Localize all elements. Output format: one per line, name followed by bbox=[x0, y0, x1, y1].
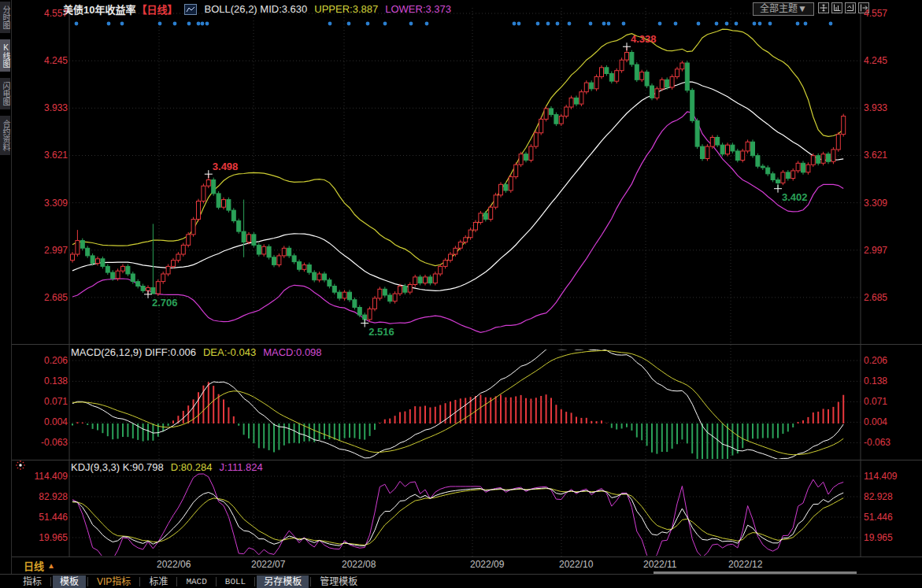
y-axis-label: 19.965 bbox=[11, 532, 68, 543]
y-axis-label: 114.409 bbox=[864, 471, 919, 482]
kdj-j-value: J:111.824 bbox=[220, 461, 263, 473]
toolbar-separator bbox=[310, 577, 311, 586]
theme-dropdown[interactable]: 全部主题▼ bbox=[753, 2, 814, 16]
y-axis-label: 3.621 bbox=[11, 150, 68, 161]
sidebar-tab-contract-info[interactable]: 合约资料 bbox=[0, 116, 10, 155]
price-annotations: 3.4982.7062.5164.3383.402 bbox=[144, 33, 808, 337]
toolbar-separator bbox=[139, 577, 140, 586]
y-axis-label: 2.685 bbox=[864, 292, 919, 303]
grid-lines bbox=[69, 8, 861, 557]
toolbar-separator bbox=[87, 577, 88, 586]
x-axis-date: 2022/07 bbox=[251, 559, 285, 570]
toolbar-tab-manage-template[interactable]: 管理模板 bbox=[313, 575, 365, 588]
pan-move-icon[interactable] bbox=[818, 2, 829, 13]
period-tag: 【日线】 bbox=[136, 2, 177, 17]
y-axis-label: 4.245 bbox=[11, 55, 68, 66]
macd-dea-value: DEA:-0.043 bbox=[203, 346, 256, 358]
toolbar-tab-standard[interactable]: 标准 bbox=[142, 575, 175, 588]
x-axis-date: 2022/10 bbox=[559, 559, 593, 570]
toolbar-separator bbox=[176, 577, 177, 586]
toolbar-separator bbox=[254, 577, 255, 586]
chart-canvas[interactable]: 3.4982.7062.5164.3383.402 bbox=[0, 0, 922, 588]
toolbar-tab-boll[interactable]: BOLL bbox=[218, 575, 253, 588]
axis-chart-right-icon[interactable] bbox=[845, 2, 856, 13]
panel-borders bbox=[11, 8, 922, 557]
toolbar-tab-save-template[interactable]: 另存模板 bbox=[257, 575, 309, 588]
x-axis-date: 2022/06 bbox=[157, 559, 191, 570]
window-control-icons bbox=[818, 2, 869, 13]
y-axis-label: 82.928 bbox=[11, 491, 68, 502]
y-axis-label: -0.063 bbox=[11, 437, 68, 448]
boll-indicator-icon bbox=[184, 4, 197, 15]
period-selector[interactable]: 日线 ▲ bbox=[24, 558, 55, 573]
y-axis-label: 4.557 bbox=[864, 8, 919, 19]
x-axis-date: 2022/08 bbox=[342, 559, 376, 570]
svg-text:3.402: 3.402 bbox=[782, 191, 808, 203]
boll-lower-value: LOWER:3.373 bbox=[385, 3, 451, 15]
left-sidebar: 分时图 K线图 闪电图 合约资料 bbox=[0, 0, 12, 575]
y-axis-label: 0.138 bbox=[864, 375, 919, 386]
boll-upper-value: UPPER:3.887 bbox=[314, 3, 378, 15]
instrument-title: 美债10年收益率 bbox=[63, 2, 135, 17]
y-axis-label: 3.933 bbox=[11, 102, 68, 113]
kdj-d-value: D:80.284 bbox=[171, 461, 213, 473]
toolbar-tab-indicator[interactable]: 指标 bbox=[16, 575, 49, 588]
y-axis-label: 3.309 bbox=[11, 198, 68, 209]
svg-text:3.498: 3.498 bbox=[213, 161, 239, 172]
y-axis-label: 51.446 bbox=[864, 512, 919, 523]
y-axis-label: 19.965 bbox=[864, 532, 919, 543]
y-axis-label: 0.138 bbox=[11, 375, 68, 386]
y-axis-label: 0.071 bbox=[11, 396, 68, 407]
y-axis-label: 2.685 bbox=[11, 292, 68, 303]
toolbar-tab-template[interactable]: 模板 bbox=[53, 575, 86, 588]
y-axis-label: 3.309 bbox=[864, 198, 919, 209]
bottom-toolbar: 指标 模板 VIP指标 标准 MACD BOLL 另存模板 管理模板 bbox=[0, 574, 922, 588]
kdj-header: KDJ(9,3,3) K:90.798 D:80.284 J:111.824 bbox=[71, 461, 263, 473]
macd-hist-value: MACD:0.098 bbox=[263, 346, 321, 358]
y-axis-label: 3.621 bbox=[864, 150, 919, 161]
y-axis-label: 0.206 bbox=[864, 355, 919, 366]
y-axis-label: 4.557 bbox=[11, 8, 68, 19]
main-chart-header: 美债10年收益率 【日线】 BOLL(26,2) MID:3.630 UPPER… bbox=[63, 2, 451, 17]
y-axis-label: 0.004 bbox=[864, 416, 919, 427]
kdj-k-value: KDJ(9,3,3) K:90.798 bbox=[71, 461, 164, 473]
toolbar-separator bbox=[50, 577, 51, 586]
period-selector-label: 日线 bbox=[24, 558, 44, 573]
x-axis-date: 2022/12 bbox=[728, 559, 762, 570]
sidebar-tab-time-chart[interactable]: 分时图 bbox=[0, 2, 10, 33]
svg-text:2.706: 2.706 bbox=[152, 297, 178, 309]
y-axis-label: -0.063 bbox=[864, 437, 919, 448]
toolbar-tab-vip-indicator[interactable]: VIP指标 bbox=[90, 575, 138, 588]
y-axis-label: 2.997 bbox=[864, 245, 919, 256]
y-axis-label: 0.206 bbox=[11, 355, 68, 366]
y-axis-label: 3.933 bbox=[864, 102, 919, 113]
app-window: 3.4982.7062.5164.3383.402 分时图 K线图 闪电图 合约… bbox=[0, 0, 922, 588]
x-axis-date: 2022/09 bbox=[470, 559, 504, 570]
y-axis-label: 82.928 bbox=[864, 491, 919, 502]
chevron-up-icon: ▲ bbox=[47, 561, 55, 570]
x-axis-date: 2022/11 bbox=[643, 559, 677, 570]
macd-diff-value: MACD(26,12,9) DIFF:0.006 bbox=[71, 346, 196, 358]
y-axis-label: 51.446 bbox=[11, 512, 68, 523]
event-markers bbox=[75, 22, 833, 26]
toolbar-separator bbox=[216, 577, 217, 586]
toolbar-tab-macd[interactable]: MACD bbox=[179, 575, 213, 588]
y-axis-label: 0.004 bbox=[11, 416, 68, 427]
y-axis-label: 2.997 bbox=[11, 245, 68, 256]
svg-text:4.338: 4.338 bbox=[631, 33, 657, 45]
candles-layer bbox=[71, 46, 846, 323]
y-axis-label: 4.245 bbox=[864, 55, 919, 66]
axis-chart-left-icon[interactable] bbox=[831, 2, 842, 13]
y-axis-label: 114.409 bbox=[11, 471, 68, 482]
boll-mid-value: BOLL(26,2) MID:3.630 bbox=[204, 3, 307, 15]
y-axis-label: 0.071 bbox=[864, 396, 919, 407]
svg-text:2.516: 2.516 bbox=[368, 326, 394, 338]
sidebar-tab-flash-chart[interactable]: 闪电图 bbox=[0, 78, 10, 109]
macd-header: MACD(26,12,9) DIFF:0.006 DEA:-0.043 MACD… bbox=[71, 346, 322, 358]
sidebar-tab-kline[interactable]: K线图 bbox=[0, 39, 10, 72]
